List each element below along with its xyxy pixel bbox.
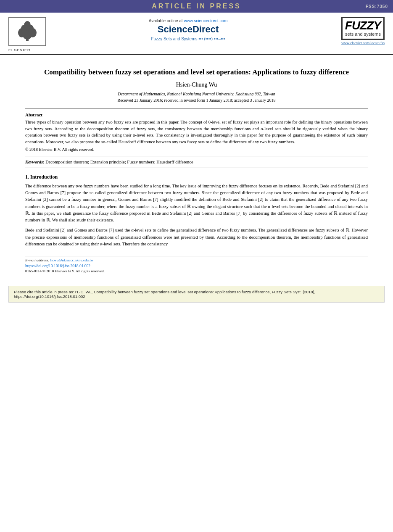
elsevier-tree-icon [13, 21, 42, 42]
fss-reference: FSS:7350 [366, 4, 388, 9]
keywords-label: Keywords: [25, 160, 45, 164]
elsevier-logo: ELSEVIER [8, 17, 50, 52]
email-footnote: E-mail address: hcwu@nkmacc.nknu.edu.tw [25, 258, 368, 262]
keywords-list: Decomposition theorem; Extension princip… [45, 160, 193, 164]
elsevier-locate-url[interactable]: www.elsevier.com/locate/fss [326, 41, 385, 45]
abstract-text: Three types of binary operation between … [25, 119, 368, 145]
sciencedirect-logo: ScienceDirect [50, 24, 326, 35]
header-center: Available online at www.sciencedirect.co… [50, 17, 326, 41]
email-footnote-label: E-mail address: [25, 258, 49, 262]
author-name: Hsien-Chung Wu [25, 82, 368, 88]
article-title: Compatibility between fuzzy set operatio… [25, 67, 368, 77]
footnote-area: E-mail address: hcwu@nkmacc.nknu.edu.tw … [25, 256, 368, 273]
fuzzy-sets-logo-box: FUZZY sets and systems www.elsevier.com/… [326, 17, 385, 45]
journal-header: ELSEVIER Available online at www.science… [0, 13, 393, 55]
sciencedirect-url-link[interactable]: www.sciencedirect.com [184, 18, 227, 23]
elsevier-label: ELSEVIER [8, 48, 50, 52]
footer-copyright: 0165-0114/© 2018 Elsevier B.V. All right… [25, 269, 368, 273]
fuzzy-logo: FUZZY sets and systems [341, 17, 385, 40]
available-online-text: Available online at www.sciencedirect.co… [50, 18, 326, 23]
article-in-press-banner: ARTICLE IN PRESS FSS:7350 [0, 0, 393, 13]
received-dates: Received 23 January 2016; received in re… [25, 98, 368, 103]
divider-after-keywords [25, 168, 368, 168]
section1-title: 1. Introduction [25, 174, 368, 180]
svg-point-6 [24, 21, 31, 29]
fuzzy-logo-subtitle: sets and systems [345, 32, 381, 37]
banner-text: ARTICLE IN PRESS [152, 3, 241, 10]
journal-info-line: Fuzzy Sets and Systems ••• (••••) •••–••… [50, 37, 326, 41]
email-link[interactable]: hcwu@nkmacc.nknu.edu.tw [50, 258, 94, 262]
abstract-section: Abstract Three types of binary operation… [25, 112, 368, 152]
doi-link[interactable]: https://doi.org/10.1016/j.fss.2018.01.00… [25, 264, 90, 268]
citation-text: Please cite this article in press as: H.… [14, 290, 315, 299]
keywords-section: Keywords: Decomposition theorem; Extensi… [25, 160, 368, 164]
fuzzy-logo-word: FUZZY [345, 20, 381, 32]
abstract-title: Abstract [25, 112, 368, 117]
main-content: Compatibility between fuzzy set operatio… [0, 55, 393, 277]
abstract-copyright: © 2018 Elsevier B.V. All rights reserved… [25, 147, 368, 152]
intro-paragraph-1: The difference between any two fuzzy num… [25, 183, 368, 224]
divider-keywords [25, 156, 368, 156]
citation-bar: Please cite this article in press as: H.… [8, 286, 385, 303]
author-affiliation: Department of Mathematics, National Kaoh… [25, 92, 368, 96]
divider-top [25, 108, 368, 109]
intro-paragraph-2: Bede and Stefanini [2] and Gomes and Bar… [25, 227, 368, 248]
